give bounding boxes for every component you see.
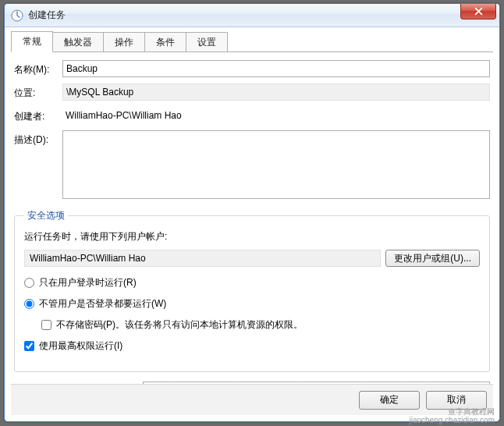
- checkbox-no-store-password-label: 不存储密码(P)。该任务将只有访问本地计算机资源的权限。: [56, 318, 303, 332]
- location-value: \MySQL Backup: [62, 83, 490, 101]
- tab-general[interactable]: 常规: [11, 31, 53, 52]
- window-title: 创建任务: [28, 9, 66, 22]
- run-as-text: 运行任务时，请使用下列用户帐户:: [24, 230, 480, 243]
- security-options-group: 安全选项 运行任务时，请使用下列用户帐户: WilliamHao-PC\Will…: [14, 209, 490, 372]
- location-label: 位置:: [14, 83, 62, 100]
- create-task-dialog: 创建任务 常规 触发器 操作 条件 设置 名称(M): 位置: \MySQL B…: [4, 3, 500, 422]
- tab-triggers[interactable]: 触发器: [52, 32, 104, 51]
- tab-strip: 常规 触发器 操作 条件 设置: [11, 34, 493, 52]
- radio-only-logged-on-label: 只在用户登录时运行(R): [39, 276, 137, 289]
- close-button[interactable]: [460, 4, 496, 20]
- radio-whether-logged-on-input[interactable]: [24, 299, 34, 309]
- general-panel: 名称(M): 位置: \MySQL Backup 创建者: WilliamHao…: [11, 52, 493, 399]
- ok-button[interactable]: 确定: [359, 391, 420, 410]
- author-value: WilliamHao-PC\William Hao: [62, 107, 490, 124]
- titlebar[interactable]: 创建任务: [5, 4, 499, 27]
- watermark-line1: 查字典教程网: [409, 407, 495, 416]
- name-label: 名称(M):: [14, 60, 62, 76]
- change-user-button[interactable]: 更改用户或组(U)...: [385, 250, 480, 267]
- checkbox-no-store-password[interactable]: 不存储密码(P)。该任务将只有访问本地计算机资源的权限。: [41, 318, 480, 332]
- security-legend: 安全选项: [24, 209, 68, 222]
- radio-only-logged-on-input[interactable]: [24, 278, 34, 288]
- author-label: 创建者:: [14, 107, 62, 123]
- tab-conditions[interactable]: 条件: [144, 32, 186, 51]
- radio-whether-logged-on[interactable]: 不管用户是否登录都要运行(W): [24, 297, 480, 311]
- account-display: WilliamHao-PC\William Hao: [24, 250, 381, 267]
- name-input[interactable]: [62, 60, 490, 77]
- watermark-line2: jiaocheng.chazidian.com: [409, 416, 495, 424]
- description-label: 描述(D):: [14, 130, 62, 147]
- app-icon: [11, 9, 23, 22]
- checkbox-no-store-password-input[interactable]: [41, 320, 51, 330]
- checkbox-highest-privileges[interactable]: 使用最高权限运行(I): [24, 339, 480, 353]
- description-input[interactable]: [62, 130, 490, 199]
- cancel-button[interactable]: 取消: [426, 391, 487, 410]
- checkbox-highest-privileges-input[interactable]: [24, 341, 34, 351]
- close-icon: [474, 7, 483, 16]
- radio-only-logged-on[interactable]: 只在用户登录时运行(R): [24, 276, 480, 289]
- client-area: 常规 触发器 操作 条件 设置 名称(M): 位置: \MySQL Backup…: [11, 34, 493, 415]
- checkbox-highest-privileges-label: 使用最高权限运行(I): [39, 339, 122, 353]
- tab-settings[interactable]: 设置: [186, 32, 228, 51]
- watermark: 查字典教程网 jiaocheng.chazidian.com: [409, 407, 495, 424]
- tab-actions[interactable]: 操作: [103, 32, 145, 51]
- radio-whether-logged-on-label: 不管用户是否登录都要运行(W): [39, 297, 166, 311]
